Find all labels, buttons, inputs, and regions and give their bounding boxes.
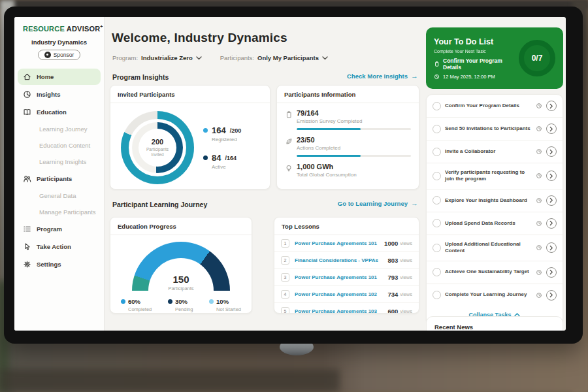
task-open-button[interactable] [546, 171, 557, 181]
logo-secondary: ADVISOR [67, 25, 101, 33]
task-label: Explore Your Insights Dashboard [445, 197, 532, 204]
task-checkbox[interactable] [433, 291, 441, 299]
sidebar-item-settings[interactable]: Settings [18, 256, 101, 272]
sidebar-item-general-data[interactable]: General Data [18, 188, 101, 203]
task-row[interactable]: Invite a Collaborator [427, 140, 563, 163]
task-checkbox[interactable] [433, 172, 441, 180]
todo-subtitle: Complete Your Next Task: [434, 49, 514, 54]
recent-news-card: Recent News [426, 316, 563, 331]
chevron-down-icon [196, 56, 202, 60]
legend-label: Active [212, 164, 241, 170]
sidebar-item-insights[interactable]: Insights [18, 86, 101, 103]
learning-journey-heading: Participant Learning Journey [112, 201, 207, 208]
task-checkbox[interactable] [433, 125, 441, 133]
clock-icon [536, 148, 542, 155]
stat-value: 1,000 GWh [297, 163, 411, 171]
task-checkbox[interactable] [433, 148, 441, 156]
progress-bar-fill [297, 128, 361, 130]
sidebar-item-label: Learning Journey [39, 125, 87, 133]
lesson-rank: 5 [281, 307, 289, 314]
invited-participants-card: Invited Participants 200 Participants In… [110, 85, 270, 189]
legend-label: Registered [212, 137, 241, 142]
task-open-button[interactable] [546, 290, 557, 301]
stat-actions-completed: 23/50 Actions Completed [285, 136, 411, 157]
sidebar-item-learning-journey[interactable]: Learning Journey [18, 122, 101, 137]
task-open-button[interactable] [546, 242, 557, 253]
task-row[interactable]: Send 50 Invitations to Participants [427, 118, 563, 140]
sidebar-item-education-content[interactable]: Education Content [18, 138, 101, 153]
progress-bar [297, 128, 411, 130]
task-row[interactable]: Confirm Your Program Details [427, 95, 563, 118]
participants-filter[interactable]: Participants: Only My Participants [220, 54, 328, 61]
todo-next-date: 12 May 2025, 12:00 PM [443, 74, 495, 80]
lesson-rank: 2 [281, 256, 289, 265]
go-to-learning-journey-link[interactable]: Go to Learning Journey → [338, 200, 418, 207]
lesson-views: 793 [387, 274, 398, 281]
legend-registered: 164 /200 Registered [203, 125, 241, 142]
legend-dot [203, 128, 208, 133]
clipboard-icon [285, 109, 297, 130]
lesson-rank: 4 [281, 290, 289, 299]
sidebar-item-manage-participants[interactable]: Manage Participants [18, 204, 101, 220]
task-row[interactable]: Complete Your Learning Journey [427, 284, 563, 306]
lesson-title-link[interactable]: Power Purchase Agreements 101 [295, 274, 387, 280]
sidebar-item-participants[interactable]: Participants [18, 171, 101, 187]
task-row[interactable]: Verify participants requesting to join t… [427, 163, 563, 189]
task-checkbox[interactable] [433, 196, 441, 204]
lesson-title-link[interactable]: Financial Considerations - VPPAs [295, 257, 387, 263]
todo-progress-ring: 0/7 [519, 40, 555, 76]
todo-progress-value: 0/7 [532, 54, 543, 63]
logo-plus: + [100, 24, 103, 29]
app-logo: RESOURCE ADVISOR+ [14, 17, 104, 33]
task-open-button[interactable] [546, 195, 557, 206]
sponsor-badge-label: Sponsor [54, 52, 74, 58]
org-name: Industry Dynamics [14, 39, 104, 46]
sidebar-item-home[interactable]: Home [18, 69, 101, 85]
legend-value: 10% [216, 298, 229, 305]
task-label: Upload Additional Educational Content [445, 241, 532, 255]
task-checkbox[interactable] [433, 244, 441, 252]
task-row[interactable]: Upload Additional Educational Content [427, 235, 563, 261]
sidebar-item-education[interactable]: Education [18, 104, 101, 120]
arrow-right-icon: → [411, 73, 418, 80]
clock-icon [536, 197, 542, 204]
lesson-row: 1 Power Purchase Agreements 101 1000 vie… [274, 235, 419, 252]
check-more-insights-link[interactable]: Check More Insights → [347, 73, 418, 80]
task-checkbox[interactable] [433, 268, 441, 276]
task-open-button[interactable] [546, 218, 557, 229]
sidebar-item-take-action[interactable]: Take Action [18, 238, 101, 255]
program-filter[interactable]: Program: Industrialize Zero [112, 54, 202, 61]
sidebar-item-learning-insights[interactable]: Learning Insights [18, 154, 101, 169]
stat-label: Total Global Consumption [297, 172, 411, 178]
chevron-down-icon [322, 56, 328, 60]
task-checkbox[interactable] [433, 102, 441, 110]
clock-icon [536, 220, 542, 227]
sidebar-item-label: Education Content [39, 142, 90, 149]
task-open-button[interactable] [546, 146, 557, 157]
legend-label: Not Started [216, 306, 241, 312]
lesson-title-link[interactable]: Power Purchase Agreements 103 [295, 308, 387, 314]
lesson-title-link[interactable]: Power Purchase Agreements 101 [295, 240, 384, 246]
logo-primary: RESOURCE [23, 25, 65, 33]
task-open-button[interactable] [546, 101, 557, 111]
progress-bar-fill [297, 155, 361, 157]
task-open-button[interactable] [546, 123, 557, 134]
lesson-views: 600 [387, 308, 398, 314]
task-checkbox[interactable] [433, 219, 441, 227]
task-label: Verify participants requesting to join t… [445, 169, 532, 183]
clock-icon [434, 74, 440, 80]
bulb-icon [285, 163, 297, 178]
task-row[interactable]: Achieve One Sustainability Target [427, 261, 563, 284]
task-label: Complete Your Learning Journey [445, 291, 532, 298]
lesson-title-link[interactable]: Power Purchase Agreements 102 [295, 291, 387, 297]
legend-dot [121, 299, 125, 304]
task-row[interactable]: Explore Your Insights Dashboard [427, 189, 563, 212]
task-open-button[interactable] [546, 267, 557, 278]
sidebar-item-program[interactable]: Program [18, 221, 101, 237]
sidebar-item-label: General Data [39, 192, 76, 199]
todo-title: Your To Do List [434, 37, 514, 46]
card-title: Top Lessons [274, 218, 419, 235]
legend-active: 84 /164 Active [203, 153, 241, 170]
task-row[interactable]: Upload Spend Data Records [427, 212, 563, 235]
task-label: Invite a Collaborator [445, 148, 532, 155]
